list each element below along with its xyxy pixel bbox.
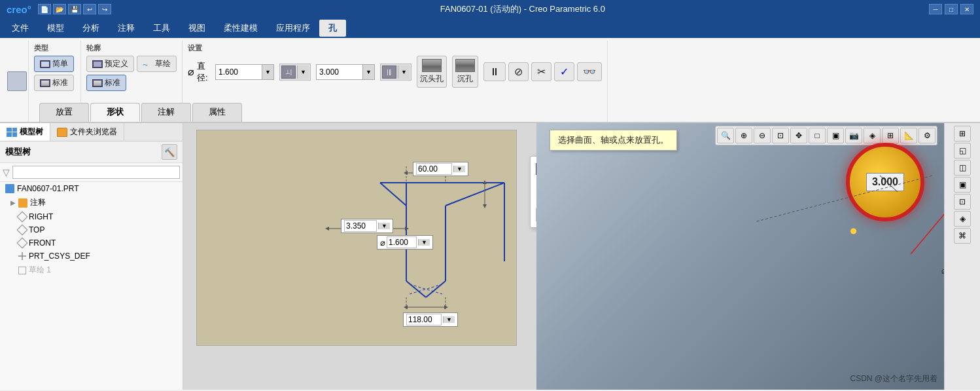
trim-icon[interactable]: ✂ — [531, 62, 551, 81]
menu-annotation[interactable]: 注释 — [109, 20, 144, 37]
dim-60-input[interactable] — [416, 163, 452, 175]
sketch-icon — [143, 60, 153, 69]
menu-view[interactable]: 视图 — [179, 20, 215, 37]
depth-input[interactable] — [317, 67, 362, 77]
close-button[interactable]: ✕ — [960, 4, 973, 14]
annotations-icon — [18, 198, 27, 208]
toolbar-open[interactable]: 📂 — [53, 4, 66, 14]
filter-icon: ▽ — [3, 167, 10, 177]
title-bar: creo° 📄 📂 💾 ↩ ↪ FAN0607-01 (活动的) - Creo … — [0, 0, 980, 18]
standard-profile-label: 标准 — [105, 77, 120, 88]
standard-type-label: 标准 — [52, 77, 68, 88]
depth-combobox[interactable]: ▼ — [316, 64, 375, 80]
sketch-btn[interactable]: 草绘 — [137, 56, 177, 72]
depth-type-icon[interactable]: |‖ — [382, 65, 396, 79]
menu-flexible[interactable]: 柔性建模 — [215, 20, 267, 37]
counterbore-btn[interactable]: 沉孔 — [452, 56, 478, 88]
depth-type-dropdown[interactable]: ▼ — [398, 65, 410, 79]
tab-properties[interactable]: 属性 — [192, 103, 242, 122]
dim-diameter-input[interactable] — [387, 236, 417, 248]
tree-item-annotations[interactable]: ▶ 注释 — [0, 195, 183, 210]
hole-sketch-svg — [197, 130, 517, 346]
countersink-btn[interactable]: 沉头孔 — [417, 56, 447, 88]
depth-align-icon[interactable]: ⊥| — [281, 65, 296, 79]
tree-item-right[interactable]: RIGHT — [0, 210, 183, 223]
tree-label-front: FRONT — [29, 238, 56, 248]
simple-btn[interactable]: 简单 — [34, 56, 74, 72]
right-tool-6[interactable]: ◈ — [954, 211, 971, 227]
sidebar-tool-button[interactable]: 🔨 — [162, 144, 177, 160]
predefined-btn[interactable]: 预定义 — [86, 56, 134, 72]
main-area: 模型树 文件夹浏览器 模型树 🔨 ▽ FAN0607-01.PRT ▶ 注释 — [0, 123, 980, 390]
diameter-input[interactable] — [216, 67, 262, 77]
tree-item-top[interactable]: TOP — [0, 223, 183, 236]
toolbar-redo[interactable]: ↪ — [98, 4, 111, 14]
menu-analysis[interactable]: 分析 — [73, 20, 109, 37]
menu-tools[interactable]: 工具 — [144, 20, 179, 37]
dim-118-dropdown[interactable]: ▼ — [443, 316, 455, 323]
dim-60-dropdown[interactable]: ▼ — [453, 166, 465, 172]
dim-3350-input[interactable] — [344, 220, 377, 232]
tree-label-right: RIGHT — [29, 212, 53, 221]
tree-item-csys[interactable]: PRT_CSYS_DEF — [0, 250, 183, 263]
csys-icon — [18, 252, 26, 260]
tree-label-file: FAN0607-01.PRT — [17, 184, 79, 193]
tree-item-sketch1[interactable]: 草绘 1 — [0, 263, 183, 278]
svg-line-6 — [380, 183, 406, 206]
search-input[interactable] — [12, 166, 180, 179]
toolbar-new[interactable]: 📄 — [38, 4, 51, 14]
dim-118-input[interactable] — [406, 314, 442, 326]
window-title: FAN0607-01 (活动的) - Creo Parametric 6.0 — [116, 3, 929, 15]
pause-icon[interactable]: ⏸ — [483, 62, 506, 81]
dim-118: ▼ — [403, 312, 458, 327]
tree-item-file[interactable]: FAN0607-01.PRT — [0, 182, 183, 195]
sidebar-tabs: 模型树 文件夹浏览器 — [0, 123, 183, 141]
block-icon[interactable]: ⊘ — [508, 62, 529, 81]
tab-folder-browser[interactable]: 文件夹浏览器 — [50, 123, 124, 141]
right-tool-2[interactable]: ◱ — [954, 143, 971, 158]
standard-profile-btn[interactable]: 标准 — [86, 75, 126, 91]
menu-file[interactable]: 文件 — [3, 20, 38, 37]
glasses-icon[interactable]: 👓 — [577, 62, 602, 81]
menu-apps[interactable]: 应用程序 — [267, 20, 319, 37]
right-tool-7[interactable]: ⌘ — [954, 228, 971, 244]
svg-marker-25 — [325, 227, 329, 231]
maximize-button[interactable]: □ — [945, 4, 958, 14]
depth-align-dropdown[interactable]: ▼ — [297, 65, 309, 79]
tab-note[interactable]: 注解 — [141, 103, 191, 122]
minimize-button[interactable]: ─ — [929, 4, 942, 14]
sidebar-search: ▽ — [0, 163, 183, 182]
right-tool-5[interactable]: ⊡ — [954, 194, 971, 210]
folder-browser-tab-icon — [57, 128, 67, 137]
ok-icon[interactable]: ✓ — [554, 62, 574, 81]
dim-3350-dropdown[interactable]: ▼ — [378, 223, 390, 229]
file-icon — [5, 184, 14, 193]
toolbar-save[interactable]: 💾 — [68, 4, 81, 14]
dim-diameter: ⌀ ▼ — [377, 235, 433, 250]
counterbore-icon — [455, 59, 475, 72]
sketch1-icon — [18, 267, 26, 274]
right-tool-4[interactable]: ▣ — [954, 177, 971, 193]
diameter-combobox[interactable]: ▼ — [215, 64, 274, 80]
datum-top-icon — [17, 225, 28, 236]
tree-item-front[interactable]: FRONT — [0, 236, 183, 250]
svg-line-9 — [406, 281, 426, 297]
tab-shape[interactable]: 形状 — [90, 103, 140, 122]
standard-btn[interactable]: 标准 — [34, 75, 74, 91]
tree-label-annotations: 注释 — [30, 197, 46, 208]
depth-dropdown-btn[interactable]: ▼ — [362, 65, 374, 79]
tab-model-tree[interactable]: 模型树 — [0, 123, 50, 141]
menu-hole[interactable]: 孔 — [319, 20, 346, 37]
right-toolbar: ⊞ ◱ ◫ ▣ ⊡ ◈ ⌘ — [944, 123, 980, 390]
toolbar-undo[interactable]: ↩ — [83, 4, 96, 14]
right-tool-1[interactable]: ⊞ — [954, 126, 971, 141]
dim-diameter-dropdown[interactable]: ▼ — [418, 239, 430, 246]
right-tool-3[interactable]: ◫ — [954, 160, 971, 176]
type-group-label: 类型 — [34, 43, 75, 53]
menu-model[interactable]: 模型 — [38, 20, 73, 37]
diameter-dropdown-btn[interactable]: ▼ — [262, 65, 273, 79]
app-logo: creo° — [7, 4, 31, 15]
settings-group-label: 设置 — [188, 43, 602, 53]
tab-placement[interactable]: 放置 — [39, 103, 89, 122]
dim-3350: ▼ — [341, 219, 393, 233]
